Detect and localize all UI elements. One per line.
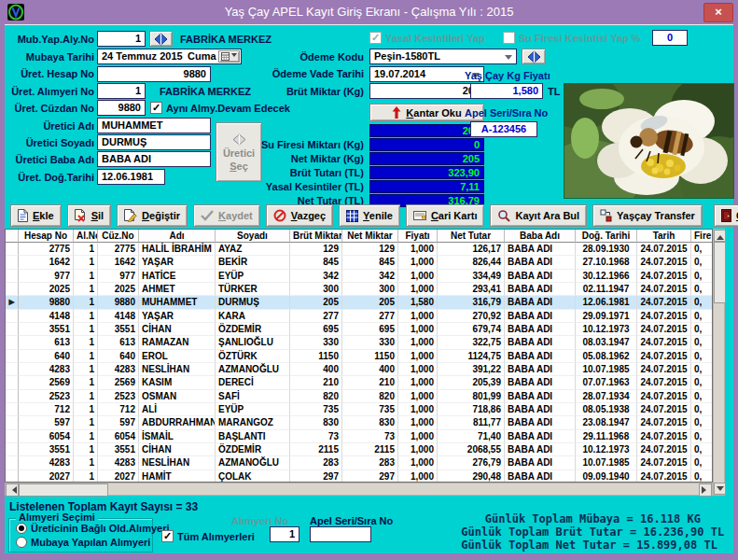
- degistir-button[interactable]: Değiştir: [117, 204, 188, 227]
- kaydet-button[interactable]: Kaydet: [193, 204, 260, 227]
- column-header[interactable]: Net Miktar: [342, 230, 398, 243]
- table-row[interactable]: 605416054İSMAİLBAŞLANTI73731,00071,40BAB…: [6, 430, 712, 443]
- yenile-button[interactable]: Yenile: [339, 204, 400, 227]
- scroll-down-button[interactable]: [714, 483, 726, 495]
- table-cell: 0,: [691, 256, 713, 269]
- apel-seri-field[interactable]: A-123456: [470, 121, 537, 137]
- column-header[interactable]: Net Tutar: [438, 230, 505, 243]
- table-cell: 2115: [290, 443, 342, 456]
- column-header[interactable]: Brüt Miktar: [290, 230, 342, 243]
- uret-dog-tarihi-field[interactable]: 12.06.1981: [97, 169, 165, 185]
- cari-karti-button[interactable]: Cari Kartı: [406, 204, 485, 227]
- table-row[interactable]: 164211642YAŞARBEKİR8458451,000826,44BABA…: [6, 256, 712, 269]
- column-header[interactable]: Fiyatı: [398, 230, 438, 243]
- table-row[interactable]: ▶988019880MUHAMMETDURMUŞ2052051,580316,7…: [6, 296, 712, 309]
- table-cell: 2027: [19, 470, 74, 483]
- table-cell: 24.07.2015: [637, 283, 691, 296]
- ekle-button[interactable]: Ekle: [10, 204, 62, 227]
- table-row[interactable]: 202712027HAMİTÇOLAK2972971,000290,48BABA…: [6, 470, 712, 483]
- column-header[interactable]: Doğ. Tarihi: [576, 230, 637, 243]
- radio-uretici-bagli-alimyeri[interactable]: [16, 523, 27, 534]
- scroll-left-button[interactable]: [6, 483, 19, 497]
- uretici-baba-adi-field[interactable]: BABA ADI: [97, 151, 211, 167]
- table-cell: YAŞAR: [139, 256, 216, 269]
- table-cell: 4283: [98, 363, 139, 376]
- table-cell: 73: [290, 430, 342, 443]
- table-row[interactable]: 6401640EROLÖZTÜRK115011501,0001124,75BAB…: [6, 350, 712, 363]
- table-cell: 2025: [19, 283, 74, 296]
- kayit-ara-bul-button[interactable]: Kayıt Ara Bul: [490, 204, 587, 227]
- uret-cuzdan-no-field[interactable]: 9880: [97, 100, 146, 116]
- row-selector: [6, 443, 19, 456]
- column-header[interactable]: Baba Adı: [505, 230, 576, 243]
- uret-hesap-no-field[interactable]: 9880: [97, 66, 211, 82]
- brut-miktar-field[interactable]: 205: [369, 83, 484, 99]
- column-header[interactable]: Soyadı: [216, 230, 290, 243]
- table-row[interactable]: 252312523OSMANSAFİ8208201,000801,99BABA …: [6, 390, 712, 403]
- table-row[interactable]: 428314283NESLİHANAZMANOĞLU4004001,000391…: [6, 363, 712, 376]
- mub-yap-aly-no-field[interactable]: 1: [97, 31, 146, 47]
- vazgec-button[interactable]: Vazgeç: [266, 204, 333, 227]
- table-row[interactable]: 355113551CİHANÖZDEMİR211521151,0002068,5…: [6, 443, 712, 456]
- table-cell: 695: [290, 323, 342, 336]
- uret-alimyeri-no-field[interactable]: 1: [97, 83, 146, 99]
- horizontal-scrollbar[interactable]: [5, 483, 713, 496]
- table-row[interactable]: 6131613RAMAZANŞANLIOĞLU3303301,000322,75…: [6, 336, 712, 349]
- table-cell: 24.07.2015: [637, 430, 691, 443]
- cikis-button[interactable]: Çıkış: [714, 204, 738, 227]
- table-cell: 400: [290, 363, 342, 376]
- vertical-scroll-thumb[interactable]: [714, 242, 726, 303]
- table-cell: 0,: [691, 350, 713, 363]
- ayni-almyeri-checkbox[interactable]: ✓: [150, 102, 162, 114]
- su-firesi-percent-field[interactable]: 0: [652, 30, 688, 46]
- table-cell: 400: [342, 363, 398, 376]
- scroll-right-button[interactable]: [699, 483, 712, 497]
- yasal-kesinti-checkbox[interactable]: ✓: [369, 32, 382, 44]
- uretici-adi-field[interactable]: MUHAMMET: [97, 118, 211, 133]
- yas-cay-fiyat-field[interactable]: 1,580: [470, 83, 543, 99]
- table-cell: 10.12.1973: [576, 443, 637, 456]
- close-button[interactable]: ×: [703, 3, 733, 22]
- table-cell: 24.07.2015: [637, 323, 691, 336]
- horizontal-scroll-thumb[interactable]: [19, 483, 108, 497]
- column-header[interactable]: Al.No: [74, 230, 98, 243]
- table-row[interactable]: 355113551CİHANÖZDEMİR6956951,000679,74BA…: [6, 323, 712, 336]
- scroll-up-button[interactable]: [714, 230, 726, 242]
- table-cell: 2523: [98, 390, 139, 403]
- table-row[interactable]: 7121712ALİEYÜP7357351,000718,86BABA ADI0…: [6, 403, 712, 416]
- table-cell: 820: [290, 390, 342, 403]
- su-firesi-checkbox[interactable]: [503, 32, 515, 44]
- table-cell: 712: [98, 403, 139, 416]
- odeme-kodu-lookup-button[interactable]: [522, 49, 546, 64]
- alimyeri-lookup-button[interactable]: [149, 31, 173, 47]
- table-row[interactable]: 202512025AHMETTÜRKER3003001,000293,41BAB…: [6, 283, 712, 296]
- tum-alimyerleri-checkbox[interactable]: ✓: [161, 530, 174, 542]
- uretici-soyadi-field[interactable]: DURMUŞ: [97, 134, 211, 150]
- table-row[interactable]: 9771977HATİCEEYÜP3423421,000334,49BABA A…: [6, 270, 712, 283]
- sil-button[interactable]: Sil: [67, 204, 111, 227]
- table-cell: 342: [342, 270, 398, 283]
- table-row[interactable]: 256912569KASIMDERECİ2102101,000205,39BAB…: [6, 376, 712, 389]
- table-row[interactable]: 428314283NESLİHANAZMANOĞLU2832831,000276…: [6, 456, 712, 469]
- radio-mubaya-yapilan-alimyeri[interactable]: [16, 537, 27, 548]
- table-cell: 297: [290, 470, 342, 483]
- column-header[interactable]: Adı: [139, 230, 216, 243]
- alimyeri-no-field[interactable]: 1: [270, 526, 299, 542]
- table-row[interactable]: 414814148YAŞARKARA2772771,000270,92BABA …: [6, 310, 712, 323]
- table-cell: 845: [290, 256, 342, 269]
- table-cell: 597: [19, 416, 74, 429]
- table-cell: 0,: [691, 390, 713, 403]
- table-row[interactable]: 277512775HALİL İBRAHİMAYAZ1291291,000126…: [6, 243, 712, 256]
- table-cell: EYÜP: [216, 403, 290, 416]
- column-header[interactable]: Cüz.No: [98, 230, 139, 243]
- odeme-kodu-combo[interactable]: Peşin-1580TL: [369, 49, 517, 64]
- column-header[interactable]: Fire Oranı: [691, 230, 713, 243]
- footer-apel-seri-field[interactable]: [310, 526, 371, 542]
- column-header[interactable]: Tarih: [637, 230, 691, 243]
- yascay-transfer-button[interactable]: Yaşçay Transfer: [592, 204, 703, 227]
- table-row[interactable]: 5971597ABDURRAHMANMARANGOZ8308301,000811…: [6, 416, 712, 429]
- sil-label: Sil: [91, 210, 104, 221]
- vertical-scrollbar[interactable]: [713, 229, 725, 496]
- column-header[interactable]: Hesap No: [19, 230, 74, 243]
- table-cell: HAMİT: [139, 470, 216, 483]
